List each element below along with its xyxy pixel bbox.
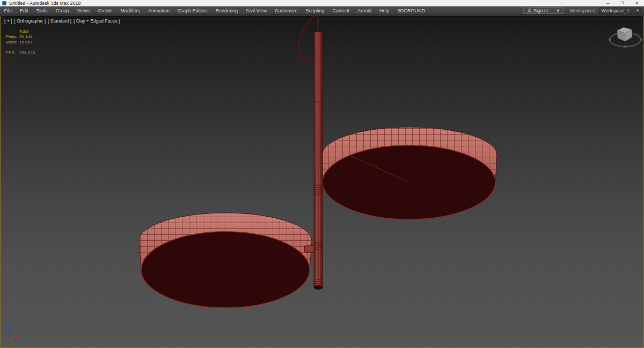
menu-item-rendering[interactable]: Rendering — [211, 6, 242, 15]
menu-item-views[interactable]: Views — [73, 6, 94, 15]
sign-in-button[interactable]: Sign In — [523, 7, 564, 14]
menu-item-3dground[interactable]: 3DGROUND — [393, 6, 429, 15]
world-axis-tripod — [7, 326, 19, 344]
menu-item-group[interactable]: Group — [52, 6, 73, 15]
stats-polys-label: Polys: — [6, 34, 19, 40]
hanging-rod[interactable] — [314, 32, 323, 290]
workspaces-label: Workspaces: — [570, 8, 596, 13]
menu-bar: FileEditToolsGroupViewsCreateModifiersAn… — [0, 6, 644, 15]
close-button[interactable]: ✕ — [630, 0, 644, 6]
3ds-max-window: Untitled - Autodesk 3ds Max 2018 — ❐ ✕ F… — [0, 0, 644, 348]
menu-item-animation[interactable]: Animation — [144, 6, 173, 15]
menu-item-create[interactable]: Create — [94, 6, 116, 15]
stats-total-header: Total — [19, 29, 28, 34]
viewport-label: [ + ][ Orthographic ][ Standard ][ Clay … — [4, 18, 120, 24]
chevron-down-icon — [636, 10, 639, 11]
menu-item-graph-editors[interactable]: Graph Editors — [173, 6, 211, 15]
lamp-disc-left[interactable] — [139, 213, 317, 308]
menu-bar-items: FileEditToolsGroupViewsCreateModifiersAn… — [0, 6, 429, 14]
viewport-label-segment-0[interactable]: [ + ] — [4, 18, 12, 24]
stats-verts-value: 15 657 — [19, 40, 32, 45]
menu-item-scripting[interactable]: Scripting — [302, 6, 328, 15]
minimize-button[interactable]: — — [601, 0, 615, 6]
menu-bar-right: Sign In Workspaces: Workspace_1 — [523, 7, 644, 14]
window-title: Untitled - Autodesk 3ds Max 2018 — [9, 1, 81, 6]
chevron-down-icon — [557, 10, 560, 12]
menu-item-content[interactable]: Content — [328, 6, 354, 15]
viewport-label-segment-2[interactable]: [ Standard ] — [48, 18, 71, 24]
stats-polys-value: 31 144 — [19, 34, 32, 39]
menu-item-file[interactable]: File — [0, 6, 16, 15]
menu-item-arnold[interactable]: Arnold — [353, 6, 375, 15]
workspace-dropdown[interactable]: Workspace_1 — [599, 8, 642, 14]
3ds-max-app-icon[interactable] — [2, 1, 6, 5]
viewport-label-segment-3[interactable]: [ Clay + Edged Faces ] — [74, 18, 120, 24]
stats-fps-value: 236,278 — [19, 50, 35, 55]
person-icon — [527, 8, 532, 13]
menu-item-edit[interactable]: Edit — [16, 6, 33, 15]
window-titlebar: Untitled - Autodesk 3ds Max 2018 — ❐ ✕ — [0, 0, 644, 6]
viewport-label-segment-1[interactable]: [ Orthographic ] — [14, 18, 46, 24]
workspace-value: Workspace_1 — [602, 8, 630, 13]
menu-item-help[interactable]: Help — [375, 6, 393, 15]
menu-item-customize[interactable]: Customize — [270, 6, 302, 15]
scene-canvas[interactable] — [1, 16, 643, 347]
viewcube[interactable] — [609, 27, 642, 48]
stats-fps-label: FPS: — [6, 50, 19, 56]
menu-item-modifiers[interactable]: Modifiers — [116, 6, 144, 15]
restore-button[interactable]: ❐ — [615, 0, 630, 6]
statistics-overlay: Total Polys:31 144 Verts:15 657 FPS:236,… — [6, 29, 35, 56]
menu-item-tools[interactable]: Tools — [32, 6, 52, 15]
window-controls: — ❐ ✕ — [601, 0, 644, 6]
menu-item-civil-view[interactable]: Civil View — [242, 6, 271, 15]
lamp-disc-right[interactable] — [322, 127, 497, 219]
viewport[interactable]: [ + ][ Orthographic ][ Standard ][ Clay … — [0, 16, 644, 348]
stats-verts-label: Verts: — [6, 40, 19, 45]
sign-in-label: Sign In — [534, 8, 548, 13]
